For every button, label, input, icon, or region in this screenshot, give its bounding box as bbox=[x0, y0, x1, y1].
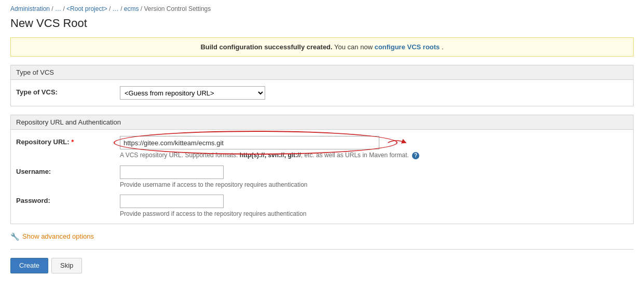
show-advanced-options-link[interactable]: 🔧 Show advanced options bbox=[10, 232, 634, 241]
vcs-type-label: Type of VCS: bbox=[16, 86, 120, 96]
repo-url-input[interactable]: https://gitee.com/kitteam/ecms.git bbox=[120, 136, 379, 149]
password-row: Password: Provide password if access to … bbox=[16, 195, 628, 217]
skip-button[interactable]: Skip bbox=[51, 258, 82, 273]
page-title: New VCS Root bbox=[10, 17, 634, 30]
type-of-vcs-section: Type of VCS: <Guess from repository URL>… bbox=[10, 80, 634, 106]
username-wrapper: Provide username if access to the reposi… bbox=[120, 166, 628, 188]
repo-url-label: Repository URL: bbox=[16, 136, 120, 146]
type-of-vcs-header: Type of VCS bbox=[10, 65, 634, 80]
success-alert: Build configuration successfully created… bbox=[10, 37, 634, 57]
divider bbox=[10, 249, 634, 250]
breadcrumb: Administration / … / <Root project> / … … bbox=[10, 5, 634, 12]
repo-section-header: Repository URL and Authentication bbox=[10, 115, 634, 130]
password-input[interactable] bbox=[120, 195, 224, 208]
show-advanced-options-label: Show advanced options bbox=[22, 232, 94, 240]
annotation-arrow bbox=[387, 137, 408, 148]
create-button[interactable]: Create bbox=[10, 258, 48, 273]
repo-url-row: Repository URL: https://gitee.com/kittea… bbox=[16, 136, 628, 159]
repo-url-input-container: https://gitee.com/kitteam/ecms.git bbox=[120, 136, 379, 149]
password-wrapper: Provide password if access to the reposi… bbox=[120, 195, 628, 217]
username-label: Username: bbox=[16, 166, 120, 175]
vcs-type-row: Type of VCS: <Guess from repository URL>… bbox=[16, 86, 628, 100]
alert-end-text: . bbox=[442, 43, 444, 51]
action-row: Create Skip bbox=[10, 258, 634, 273]
repo-url-wrapper: https://gitee.com/kitteam/ecms.git bbox=[120, 136, 628, 159]
alert-normal-text: You can now bbox=[334, 43, 375, 51]
password-hint: Provide password if access to the reposi… bbox=[120, 210, 628, 217]
alert-link[interactable]: configure VCS roots bbox=[375, 43, 440, 51]
repo-url-hint: A VCS repository URL. Supported formats:… bbox=[120, 152, 628, 159]
repo-section: Repository URL: https://gitee.com/kittea… bbox=[10, 130, 634, 224]
vcs-type-select-wrapper: <Guess from repository URL> Git Subversi… bbox=[120, 86, 628, 100]
username-input[interactable] bbox=[120, 166, 224, 179]
alert-bold-text: Build configuration successfully created… bbox=[200, 43, 332, 51]
password-label: Password: bbox=[16, 195, 120, 204]
username-hint: Provide username if access to the reposi… bbox=[120, 181, 628, 188]
vcs-type-select[interactable]: <Guess from repository URL> Git Subversi… bbox=[120, 86, 265, 100]
hint-icon[interactable]: ? bbox=[412, 152, 419, 159]
username-row: Username: Provide username if access to … bbox=[16, 166, 628, 188]
wrench-icon: 🔧 bbox=[10, 232, 19, 241]
